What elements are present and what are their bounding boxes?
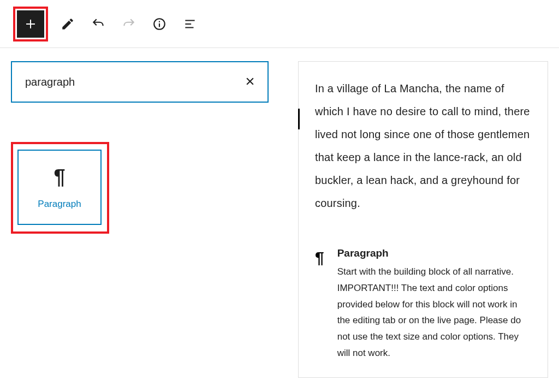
- pencil-icon: [61, 17, 75, 31]
- pilcrow-icon: ¶: [315, 247, 324, 361]
- clear-search-button[interactable]: [245, 74, 255, 91]
- block-paragraph-tile[interactable]: ¶ Paragraph: [17, 150, 102, 225]
- preview-panel: In a village of La Mancha, the name of w…: [280, 48, 559, 392]
- block-info: ¶ Paragraph Start with the building bloc…: [315, 247, 531, 361]
- preview-sample-text: In a village of La Mancha, the name of w…: [315, 77, 531, 215]
- editor-toolbar: [0, 0, 559, 48]
- edit-tool-button[interactable]: [57, 13, 79, 35]
- search-input[interactable]: [24, 75, 245, 89]
- block-info-title: Paragraph: [337, 247, 531, 259]
- outline-button[interactable]: [179, 13, 201, 35]
- block-tile-label: Paragraph: [38, 199, 81, 210]
- search-results: ¶ Paragraph: [11, 142, 269, 234]
- inserter-panel: ¶ Paragraph: [0, 48, 280, 392]
- info-button[interactable]: [148, 13, 170, 35]
- block-info-text: Paragraph Start with the building block …: [337, 247, 531, 361]
- svg-rect-2: [159, 21, 160, 22]
- block-info-description: Start with the building block of all nar…: [337, 264, 531, 361]
- undo-icon: [91, 17, 105, 31]
- block-preview: In a village of La Mancha, the name of w…: [298, 61, 548, 378]
- main-content: ¶ Paragraph In a village of La Mancha, t…: [0, 48, 559, 392]
- undo-button[interactable]: [87, 13, 109, 35]
- block-search[interactable]: [11, 61, 269, 103]
- add-block-button[interactable]: [17, 10, 44, 38]
- pilcrow-icon: ¶: [53, 165, 65, 189]
- plus-icon: [24, 17, 37, 31]
- text-cursor: [298, 109, 300, 129]
- highlight-paragraph-block: ¶ Paragraph: [11, 142, 109, 234]
- outline-icon: [183, 17, 197, 31]
- highlight-add-button: [13, 7, 48, 41]
- redo-button[interactable]: [118, 13, 140, 35]
- info-icon: [152, 17, 166, 31]
- close-icon: [245, 76, 255, 87]
- redo-icon: [122, 17, 136, 31]
- svg-rect-1: [159, 23, 160, 26]
